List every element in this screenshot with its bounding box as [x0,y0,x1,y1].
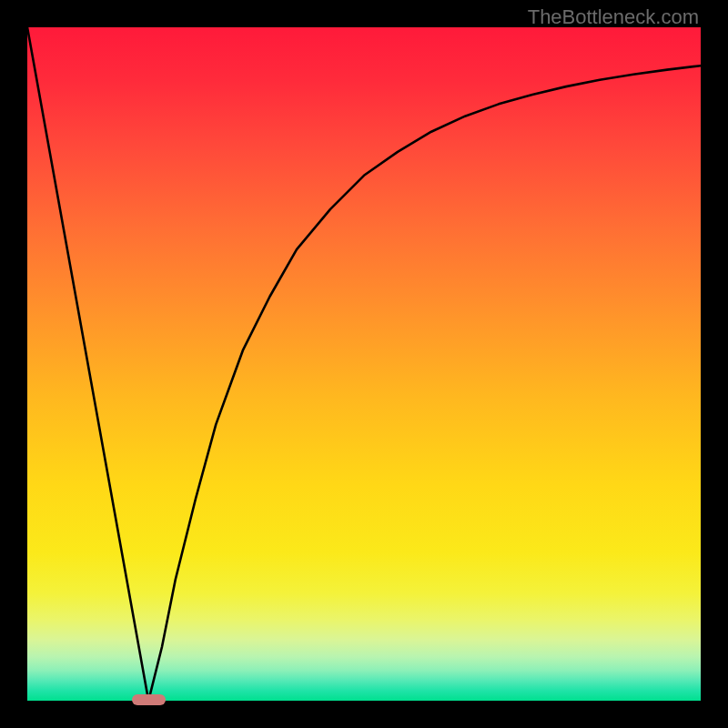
bottleneck-curve [27,27,701,701]
plot-area [27,27,701,701]
watermark-text: TheBottleneck.com [528,5,699,29]
optimum-marker [132,694,166,704]
curve-svg [27,27,701,701]
chart-container: TheBottleneck.com [0,0,728,728]
